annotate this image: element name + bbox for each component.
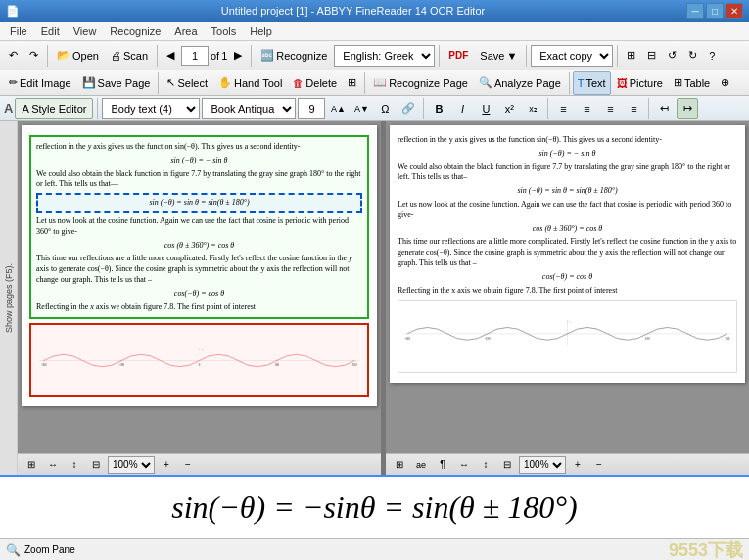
right-zoom-in-btn[interactable]: + xyxy=(568,456,587,474)
svg-text:-360: -360 xyxy=(41,363,47,367)
svg-text:180: 180 xyxy=(275,363,280,367)
right-panel-bottom: ⊞ ae ¶ ↔ ↕ ⊟ 100% + − xyxy=(386,453,749,475)
more-btn[interactable]: ⊕ xyxy=(716,71,734,95)
superscript-button[interactable]: x² xyxy=(498,98,520,119)
align-left-button[interactable]: ≡ xyxy=(552,98,574,119)
left-minus-btn[interactable]: − xyxy=(178,456,198,474)
text-button[interactable]: T Text xyxy=(573,71,611,95)
style-editor-button[interactable]: A Style Editor xyxy=(15,98,93,119)
table-button[interactable]: ⊞ Table xyxy=(669,71,715,95)
menu-area[interactable]: Area xyxy=(168,23,203,39)
hand-icon: ✋ xyxy=(218,76,232,89)
sep8 xyxy=(364,72,365,94)
recognize-page-button[interactable]: 📖 Recognize Page xyxy=(368,71,473,95)
italic-button[interactable]: I xyxy=(451,98,473,119)
menu-tools[interactable]: Tools xyxy=(206,23,243,39)
align-center-button[interactable]: ≡ xyxy=(576,98,597,119)
layout-btn1[interactable]: ⊞ xyxy=(622,44,640,68)
indent-increase-button[interactable]: ↦ xyxy=(677,98,698,119)
right-page: reflection in the y axis gives us the fu… xyxy=(390,125,745,383)
bold-button[interactable]: B xyxy=(428,98,449,119)
menu-recognize[interactable]: Recognize xyxy=(104,23,166,39)
right-para3: Let us now look at the cosine function. … xyxy=(398,200,737,221)
close-button[interactable]: ✕ xyxy=(726,3,743,19)
align-right-button[interactable]: ≡ xyxy=(599,98,621,119)
body-text-select[interactable]: Body text (4) xyxy=(102,98,200,119)
underline-button[interactable]: U xyxy=(475,98,496,119)
expand-icon-btn[interactable]: ⊞ xyxy=(343,71,361,95)
link-button[interactable]: 🔗 xyxy=(398,98,419,119)
open-button[interactable]: 📂 Open xyxy=(52,44,104,68)
delete-button[interactable]: 🗑 Delete xyxy=(288,71,342,95)
left-zoom-out-btn[interactable]: ⊟ xyxy=(86,456,106,474)
left-doc-scroll[interactable]: reflection in the y axis gives us the fu… xyxy=(18,121,381,453)
left-formula3: cos (θ ± 360°) = cos θ xyxy=(36,241,362,252)
table-icon: ⊞ xyxy=(674,76,682,89)
left-width-btn[interactable]: ↔ xyxy=(43,456,63,474)
svg-text:0: 0 xyxy=(199,363,201,367)
sep5 xyxy=(526,45,527,67)
document-panels: reflection in the y axis gives us the fu… xyxy=(18,121,749,475)
save-button[interactable]: Save ▼ xyxy=(475,44,522,68)
next-page-button[interactable]: ▶ xyxy=(229,44,247,68)
justify-button[interactable]: ≡ xyxy=(623,98,644,119)
right-zoom-out-btn[interactable]: ⊟ xyxy=(497,456,517,474)
language-select[interactable]: English: Greek xyxy=(334,45,435,67)
title-bar: 📄 Untitled project [1] - ABBYY FineReade… xyxy=(0,0,749,22)
edit-image-button[interactable]: ✏ Edit Image xyxy=(4,71,76,95)
rotate-right-button[interactable]: ↻ xyxy=(683,44,702,68)
right-ae-btn[interactable]: ae xyxy=(411,456,431,474)
select-button[interactable]: ↖ Select xyxy=(162,71,212,95)
zoom-pane-label: Zoom Pane xyxy=(24,544,75,555)
special-char-button[interactable]: Ω xyxy=(374,98,396,119)
scan-button[interactable]: 🖨 Scan xyxy=(106,44,153,68)
show-pages-button[interactable]: Show pages (F5). xyxy=(0,259,18,337)
left-zoom-select[interactable]: 100% xyxy=(108,456,155,474)
help-button[interactable]: ? xyxy=(704,44,720,68)
font-size-down-button[interactable]: A▼ xyxy=(351,98,372,119)
pdf-icon: PDF xyxy=(448,50,468,61)
subscript-button[interactable]: x₂ xyxy=(522,98,543,119)
rotate-left-button[interactable]: ↺ xyxy=(663,44,681,68)
menu-view[interactable]: View xyxy=(68,23,103,39)
minimize-button[interactable]: ─ xyxy=(686,3,704,19)
layout-btn2[interactable]: ⊟ xyxy=(642,44,661,68)
redo-button[interactable]: ↷ xyxy=(24,44,43,68)
hand-tool-button[interactable]: ✋ Hand Tool xyxy=(213,71,287,95)
left-fit-btn[interactable]: ⊞ xyxy=(22,456,41,474)
font-size-up-button[interactable]: A▲ xyxy=(327,98,349,119)
right-format-btn[interactable]: ⊞ xyxy=(390,456,409,474)
right-formula4: cos(−θ) = cos θ xyxy=(398,272,737,283)
left-height-btn[interactable]: ↕ xyxy=(65,456,84,474)
svg-text:-180: -180 xyxy=(118,363,124,367)
page-number-input[interactable] xyxy=(181,46,209,66)
copy-mode-select[interactable]: Exact copy xyxy=(531,45,613,67)
blue-dashed-region: sin (−θ) = sin θ = sin(θ ± 180°) xyxy=(36,193,362,213)
indent-decrease-button[interactable]: ↤ xyxy=(653,98,675,119)
menu-help[interactable]: Help xyxy=(244,23,278,39)
save-page-button[interactable]: 💾 Save Page xyxy=(77,71,156,95)
right-height-btn[interactable]: ↕ xyxy=(476,456,495,474)
left-zoom-in-btn[interactable]: + xyxy=(157,456,176,474)
recognize-button[interactable]: 🔤 Recognize xyxy=(256,44,332,68)
delete-icon: 🗑 xyxy=(293,77,304,89)
right-width-btn[interactable]: ↔ xyxy=(454,456,474,474)
right-para-btn[interactable]: ¶ xyxy=(433,456,452,474)
sep4 xyxy=(439,45,440,67)
right-doc-scroll[interactable]: reflection in the y axis gives us the fu… xyxy=(386,121,749,453)
picture-button[interactable]: 🖼 Picture xyxy=(612,71,668,95)
right-para2: We could also obtain the black function … xyxy=(398,163,737,184)
menu-edit[interactable]: Edit xyxy=(35,23,66,39)
analyze-page-button[interactable]: 🔍 Analyze Page xyxy=(474,71,566,95)
font-select[interactable]: Book Antiqua xyxy=(202,98,296,119)
left-para2: We could also obtain the black function … xyxy=(36,169,362,191)
undo-button[interactable]: ↶ xyxy=(4,44,23,68)
page-navigation: ◀ of 1 ▶ xyxy=(162,44,247,68)
font-size-input[interactable] xyxy=(298,98,325,119)
maximize-button[interactable]: □ xyxy=(706,3,724,19)
prev-page-button[interactable]: ◀ xyxy=(162,44,179,68)
menu-file[interactable]: File xyxy=(4,23,33,39)
pdf-button[interactable]: PDF xyxy=(444,44,473,68)
right-zoom-select[interactable]: 100% xyxy=(519,456,566,474)
right-minus-btn[interactable]: − xyxy=(589,456,609,474)
